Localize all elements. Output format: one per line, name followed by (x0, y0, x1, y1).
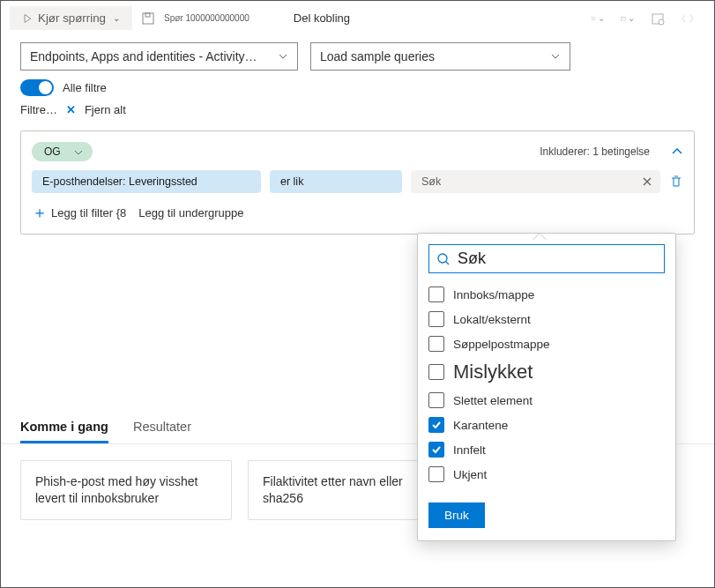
sample-card-phish[interactable]: Phish-e-post med høy visshet levert til … (20, 460, 232, 520)
last-query-label: Spør 1000000000000 (164, 13, 250, 23)
popover-option-label: Mislykket (453, 361, 533, 383)
popover-search-input[interactable]: Søk (428, 244, 665, 273)
add-subgroup-button[interactable]: Legg til undergruppe (138, 206, 243, 220)
tab-results[interactable]: Resultater (133, 411, 191, 443)
checkbox[interactable] (428, 417, 444, 433)
popover-option[interactable]: Karantene (428, 413, 665, 437)
apply-button[interactable]: Bruk (428, 502, 485, 528)
svg-rect-2 (622, 17, 626, 20)
filters-text[interactable]: Filtre… (20, 103, 57, 116)
chevron-down-icon (73, 147, 84, 158)
play-icon (22, 13, 33, 24)
code-icon[interactable] (681, 11, 695, 26)
settings-icon[interactable] (651, 11, 665, 26)
popover-option[interactable]: Innboks/mappe (428, 282, 665, 307)
delete-icon[interactable] (669, 175, 683, 189)
add-filter-button[interactable]: Legg til filter {8 (51, 206, 126, 220)
popover-option-label: Innfelt (453, 443, 486, 457)
popover-option[interactable]: Søppelpostmappe (428, 331, 665, 356)
svg-rect-1 (145, 13, 150, 17)
condition-value-placeholder: Søk (421, 175, 441, 188)
chevron-down-icon: ⌄ (113, 13, 120, 23)
checkbox[interactable] (428, 311, 444, 327)
popover-option-label: Innboks/mappe (453, 288, 534, 301)
checkbox[interactable] (428, 287, 444, 302)
logic-operator-pill[interactable]: OG (32, 142, 93, 161)
tab-getting-started[interactable]: Komme i gang (20, 411, 108, 443)
share-link-button[interactable]: Del kobling (294, 11, 350, 25)
query-filter-panel: OG Inkluderer: 1 betingelse E-posthendel… (20, 130, 695, 234)
checkbox[interactable] (428, 442, 444, 458)
calendar-icon[interactable]: ⌄ (621, 11, 635, 26)
popover-option-label: Slettet element (453, 394, 533, 407)
sample-queries-text: Load sample queries (320, 49, 435, 63)
run-query-label: Kjør spørring (38, 11, 106, 25)
checkbox[interactable] (428, 336, 444, 352)
value-select-popover: Søk Innboks/mappeLokalt/eksterntSøppelpo… (417, 233, 676, 541)
popover-option-label: Karantene (453, 419, 508, 432)
plus-icon: ＋ (32, 202, 48, 223)
popover-option[interactable]: Innfelt (428, 437, 665, 462)
popover-option[interactable]: Lokalt/eksternt (428, 307, 665, 331)
chevron-up-icon[interactable] (671, 145, 683, 158)
chevron-down-icon (278, 51, 288, 62)
all-filters-label: Alle filtre (63, 81, 107, 94)
checkbox[interactable] (428, 364, 444, 380)
all-filters-toggle[interactable] (20, 79, 54, 96)
popover-search-text: Søk (458, 249, 486, 268)
popover-option-label: Ukjent (453, 468, 487, 481)
popover-option[interactable]: Slettet element (428, 388, 665, 413)
popover-option-label: Lokalt/eksternt (453, 313, 531, 326)
popover-option[interactable]: Ukjent (428, 462, 665, 487)
includes-count-label: Inkluderer: 1 betingelse (540, 145, 650, 158)
clear-x-icon[interactable]: ✕ (66, 103, 76, 116)
svg-rect-0 (143, 13, 153, 24)
search-icon (436, 252, 451, 266)
clear-all-button[interactable]: Fjern alt (85, 103, 126, 116)
save-icon[interactable] (141, 11, 155, 26)
svg-point-5 (438, 254, 447, 263)
checkbox[interactable] (428, 392, 444, 408)
chevron-down-icon (550, 51, 561, 62)
list-view-icon[interactable]: ⌄ (591, 11, 605, 26)
condition-operator-pill[interactable]: er lik (270, 170, 402, 193)
svg-point-4 (659, 19, 664, 25)
run-query-button[interactable]: Kjør spørring ⌄ (10, 6, 132, 30)
clear-icon[interactable] (641, 175, 653, 188)
popover-option-label: Søppelpostmappe (453, 338, 550, 351)
popover-option[interactable]: Mislykket (428, 356, 665, 388)
scope-selector[interactable]: Endpoints, Apps and identities - Activit… (20, 42, 298, 71)
checkbox[interactable] (428, 466, 444, 482)
scope-selector-text: Endpoints, Apps and identities - Activit… (30, 49, 257, 63)
condition-value-input[interactable]: Søk (411, 170, 660, 193)
sample-queries-selector[interactable]: Load sample queries (310, 42, 570, 71)
condition-field-pill[interactable]: E-posthendelser: Leveringssted (32, 170, 261, 193)
logic-operator-label: OG (44, 145, 61, 158)
